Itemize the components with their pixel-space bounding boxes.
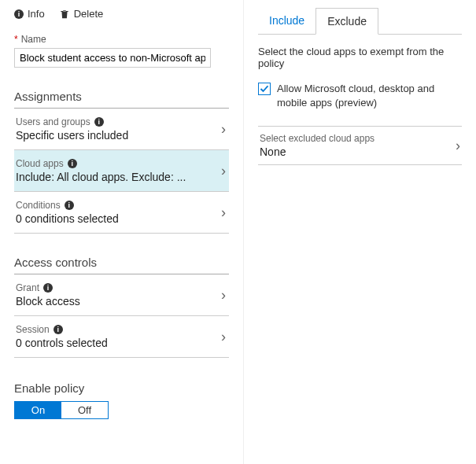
row-cloud-apps[interactable]: Cloud appsi Include: All cloud apps. Exc… (14, 150, 229, 192)
info-icon: i (68, 159, 77, 168)
row-session[interactable]: Sessioni 0 controls selected › (14, 316, 229, 358)
row-value: Block access (16, 295, 80, 307)
chevron-right-icon: › (221, 287, 226, 304)
delete-button[interactable]: Delete (59, 8, 104, 20)
chevron-right-icon: › (221, 329, 226, 345)
row-grant[interactable]: Granti Block access › (14, 274, 229, 316)
row-label: Conditions (16, 200, 61, 211)
info-icon: i (94, 117, 104, 127)
row-conditions[interactable]: Conditionsi 0 conditions selected › (14, 192, 229, 234)
row-value: 0 conditions selected (16, 212, 119, 225)
row-value: 0 controls selected (16, 337, 108, 349)
info-icon: i (14, 9, 24, 19)
allow-microsoft-checkbox[interactable] (258, 83, 271, 95)
name-label: *Name (14, 34, 229, 45)
chevron-right-icon: › (221, 204, 226, 221)
info-icon: i (54, 325, 63, 334)
row-value: Include: All cloud apps. Exclude: ... (16, 171, 186, 183)
chevron-right-icon: › (221, 163, 226, 179)
assignments-heading: Assignments (14, 90, 229, 103)
delete-icon (59, 9, 70, 20)
row-label: Session (16, 324, 50, 335)
select-excluded-value: None (260, 145, 375, 158)
access-controls-heading: Access controls (14, 256, 229, 269)
row-value: Specific users included (16, 129, 128, 142)
toggle-on[interactable]: On (15, 402, 61, 418)
toggle-off[interactable]: Off (61, 402, 108, 418)
info-label: Info (28, 8, 45, 20)
select-excluded-label: Select excluded cloud apps (260, 133, 375, 144)
name-input[interactable] (14, 48, 211, 68)
row-users-and-groups[interactable]: Users and groupsi Specific users include… (14, 109, 229, 150)
select-excluded-apps-row[interactable]: Select excluded cloud apps None › (258, 126, 462, 165)
check-icon (260, 84, 269, 94)
chevron-right-icon: › (221, 121, 226, 138)
chevron-right-icon: › (456, 138, 460, 154)
tab-include[interactable]: Include (258, 8, 315, 34)
tab-exclude[interactable]: Exclude (315, 8, 378, 35)
info-icon: i (43, 283, 53, 293)
enable-policy-toggle[interactable]: On Off (14, 401, 109, 419)
exclude-description: Select the cloud apps to exempt from the… (258, 46, 462, 69)
delete-label: Delete (74, 8, 104, 20)
enable-policy-heading: Enable policy (14, 381, 229, 395)
info-icon: i (65, 201, 74, 210)
row-label: Users and groups (16, 116, 90, 127)
row-label: Grant (16, 282, 39, 293)
row-label: Cloud apps (16, 158, 64, 169)
allow-microsoft-label: Allow Microsoft cloud, desktop and mobil… (277, 82, 462, 110)
info-button[interactable]: i Info (14, 8, 45, 20)
